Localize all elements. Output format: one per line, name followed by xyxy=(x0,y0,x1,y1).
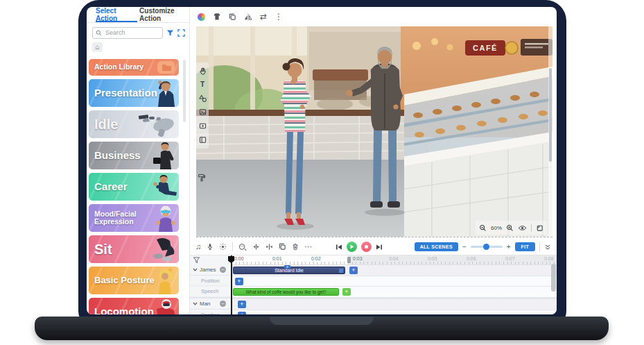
zoom-out-icon[interactable] xyxy=(479,224,487,232)
timeline-ruler[interactable]: 0:00 0:01 0:02 0:03 0:04 0:05 0:06 0:07 … xyxy=(232,255,557,265)
search-input[interactable] xyxy=(104,28,148,37)
track-mute-button[interactable]: – xyxy=(220,267,226,273)
add-speech-button[interactable]: + xyxy=(342,288,351,296)
viewport[interactable]: CAFÉ xyxy=(196,26,552,237)
track-filter[interactable] xyxy=(190,255,231,264)
woman-shadow xyxy=(277,223,314,230)
shapes-tool-icon[interactable] xyxy=(199,94,207,102)
card-locomotion[interactable]: Locomotion xyxy=(89,298,179,314)
more-menu-icon[interactable]: ⋮ xyxy=(275,12,283,21)
swap-icon[interactable]: ⇄ xyxy=(260,12,267,21)
track-header-james[interactable]: James – xyxy=(190,264,231,276)
card-career[interactable]: Career xyxy=(89,173,179,201)
more-tools-icon[interactable]: ⋯ xyxy=(304,243,312,251)
pan-hand-icon[interactable] xyxy=(199,67,207,75)
panel-layout-icon[interactable] xyxy=(199,136,207,144)
viewport-scrollbar-thumb[interactable] xyxy=(549,68,552,162)
record-button[interactable] xyxy=(361,242,372,252)
track-row-man[interactable]: + xyxy=(232,299,557,310)
search-box[interactable] xyxy=(92,27,163,39)
timeline-scrollbar[interactable] xyxy=(551,264,556,292)
track-filter-icon xyxy=(193,257,200,264)
fit-selection-icon[interactable] xyxy=(177,29,185,37)
track-mute-button[interactable]: – xyxy=(220,301,226,307)
track-name: Position xyxy=(201,312,220,315)
timeline-zoom-in[interactable]: + xyxy=(507,244,511,251)
viewport-scrollbar[interactable] xyxy=(548,26,552,237)
search-icon xyxy=(96,30,102,36)
card-sit[interactable]: Sit xyxy=(89,235,179,263)
collapse-chevron-icon[interactable] xyxy=(193,268,198,271)
home-button[interactable]: ⌂ xyxy=(92,42,103,52)
card-label: Basic Posture xyxy=(89,276,155,285)
controls-divider xyxy=(531,224,532,232)
zoom-in-icon[interactable] xyxy=(506,224,514,232)
collapse-timeline-icon[interactable] xyxy=(544,244,551,251)
extend-clip-icon[interactable] xyxy=(266,243,273,251)
card-idle[interactable]: Idle xyxy=(89,110,179,138)
duplicate-icon[interactable] xyxy=(229,13,236,21)
break-clip-icon[interactable] xyxy=(252,243,260,251)
flare-effect-icon[interactable] xyxy=(219,243,227,251)
card-action-library[interactable]: Action Library xyxy=(89,59,179,76)
face-key-icon[interactable] xyxy=(238,243,247,251)
copy-clip-icon[interactable] xyxy=(279,243,286,251)
timeline-toolbar: ♫ ⋯ xyxy=(190,239,557,255)
fit-button[interactable]: FIT xyxy=(515,242,535,251)
track-row-speech[interactable]: What kind of coffe would you like to get… xyxy=(232,287,557,298)
tab-customize-action[interactable]: Customize Action xyxy=(139,7,189,22)
music-track-icon[interactable]: ♫ xyxy=(195,243,201,251)
all-scenes-button[interactable]: ALL SCENES xyxy=(415,242,458,251)
play-button[interactable] xyxy=(347,242,357,252)
delete-clip-icon[interactable] xyxy=(292,243,299,251)
card-business[interactable]: Business xyxy=(89,142,179,169)
track-row-james[interactable]: Standard Idle + + xyxy=(232,265,557,276)
skip-start-icon[interactable] xyxy=(336,244,342,251)
video-tool-icon[interactable] xyxy=(199,122,207,130)
track-row-position[interactable]: + xyxy=(232,276,557,287)
timeline-scrollbar-thumb[interactable] xyxy=(551,264,556,292)
microphone-icon[interactable] xyxy=(207,243,214,251)
card-basic-posture[interactable]: Basic Posture xyxy=(89,267,179,294)
filter-icon[interactable] xyxy=(166,29,174,37)
track-header-position2[interactable]: Position xyxy=(190,310,231,314)
add-transition-button[interactable]: + xyxy=(284,265,290,269)
skip-end-icon[interactable] xyxy=(376,244,383,251)
add-key-button[interactable]: + xyxy=(238,312,246,314)
sidebar-scrollbar[interactable] xyxy=(183,60,186,122)
viewport-scene[interactable]: CAFÉ xyxy=(196,26,552,237)
fullscreen-frame-icon[interactable] xyxy=(536,224,543,232)
timeline-zoom-out[interactable]: − xyxy=(462,244,467,251)
timeline-zoom-slider[interactable] xyxy=(471,246,503,248)
card-mood-facial-expression[interactable]: Mood/Facial Expression xyxy=(89,204,179,232)
folder-icon xyxy=(152,61,175,75)
ruler-label: 0:04 xyxy=(389,256,399,261)
outfit-icon[interactable] xyxy=(213,12,221,21)
scene-end-marker[interactable] xyxy=(347,257,351,263)
color-palette-icon[interactable] xyxy=(198,13,205,21)
zoom-level: 60% xyxy=(491,225,502,231)
clip-speech[interactable]: What kind of coffe would you like to get… xyxy=(233,288,339,296)
track-header-speech[interactable]: Speech xyxy=(190,286,231,297)
slider-knob[interactable] xyxy=(483,244,489,250)
text-tool-icon[interactable]: T xyxy=(200,81,204,88)
clip-end-handle[interactable] xyxy=(339,269,344,274)
track-row-position2[interactable]: + xyxy=(232,310,557,314)
track-header-man[interactable]: Man – xyxy=(190,298,231,310)
card-presentation[interactable]: Presentation xyxy=(89,79,179,107)
playhead[interactable] xyxy=(231,255,232,314)
timeline-body: James – Position Speech Man – Position xyxy=(190,255,557,314)
card-label: Sit xyxy=(89,242,112,257)
cafe-sign-text: CAFÉ xyxy=(473,44,498,52)
add-clip-button[interactable]: + xyxy=(349,267,358,274)
ruler-ticks xyxy=(232,262,557,264)
mirror-flip-icon[interactable] xyxy=(244,13,252,21)
image-tool-icon[interactable] xyxy=(199,108,207,116)
add-key-button[interactable]: + xyxy=(235,278,243,285)
paint-roller-icon[interactable] xyxy=(198,174,206,182)
preview-eye-icon[interactable] xyxy=(518,225,527,231)
collapse-chevron-icon[interactable] xyxy=(193,302,198,305)
add-clip-button[interactable]: + xyxy=(238,301,246,308)
track-header-position[interactable]: Position xyxy=(190,276,231,286)
ruler-label: 0:05 xyxy=(428,256,437,261)
